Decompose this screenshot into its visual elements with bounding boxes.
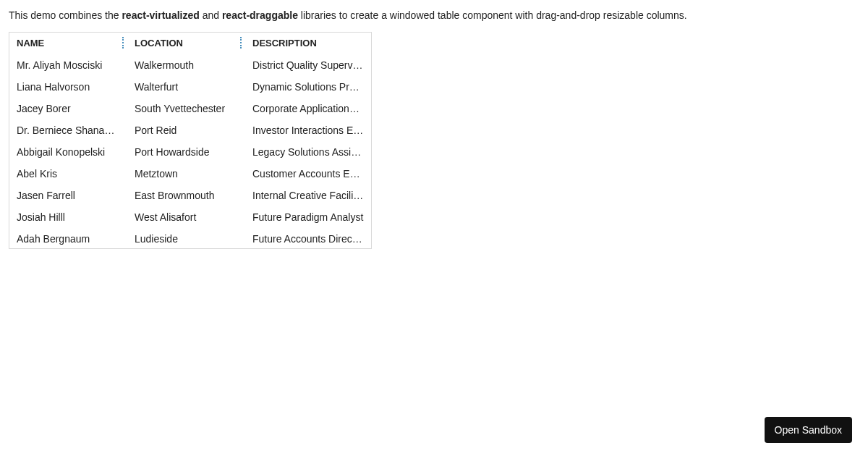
column-resize-handle[interactable] xyxy=(238,37,244,48)
table-body: Mr. Aliyah MosciskiWalkermouthDistrict Q… xyxy=(9,54,371,249)
table-row: Abel KrisMetztownCustomer Accounts Engin… xyxy=(9,163,371,185)
cell-name: Jasen Farrell xyxy=(9,185,127,206)
cell-description: Internal Creative Facilitator xyxy=(245,185,371,206)
column-header-description: Description xyxy=(245,33,371,54)
cell-name: Abbigail Konopelski xyxy=(9,141,127,163)
cell-location: South Yvettechester xyxy=(127,98,245,119)
column-resize-handle[interactable] xyxy=(120,37,126,48)
cell-description: Future Paradigm Analyst xyxy=(245,206,371,228)
cell-description: Customer Accounts Engineer xyxy=(245,163,371,185)
intro-lib2: react-draggable xyxy=(222,9,298,21)
cell-location: Metztown xyxy=(127,163,245,185)
intro-mid: and xyxy=(200,9,222,21)
cell-location: Walkermouth xyxy=(127,54,245,76)
drag-handle-icon xyxy=(122,37,124,48)
cell-name: Jacey Borer xyxy=(9,98,127,119)
cell-location: West Alisafort xyxy=(127,206,245,228)
table-row: Jasen FarrellEast BrownmouthInternal Cre… xyxy=(9,185,371,206)
column-header-label: Description xyxy=(252,38,317,48)
intro-lib1: react-virtualized xyxy=(122,9,199,21)
column-header-name: Name xyxy=(9,33,127,54)
cell-name: Adah Bergnaum xyxy=(9,228,127,249)
column-header-location: Location xyxy=(127,33,245,54)
cell-description: Dynamic Solutions Producer xyxy=(245,76,371,98)
cell-name: Dr. Berniece Shanahan xyxy=(9,119,127,141)
intro-prefix: This demo combines the xyxy=(9,9,122,21)
cell-location: Port Howardside xyxy=(127,141,245,163)
table-row: Josiah HilllWest AlisafortFuture Paradig… xyxy=(9,206,371,228)
data-table: NameLocationDescription Mr. Aliyah Mosci… xyxy=(9,32,372,249)
table-row: Jacey BorerSouth YvettechesterCorporate … xyxy=(9,98,371,119)
cell-description: District Quality Supervisor xyxy=(245,54,371,76)
table-row: Liana HalvorsonWalterfurtDynamic Solutio… xyxy=(9,76,371,98)
table-header-row: NameLocationDescription xyxy=(9,33,371,54)
column-header-label: Location xyxy=(135,38,183,48)
intro-text: This demo combines the react-virtualized… xyxy=(9,9,859,23)
cell-name: Liana Halvorson xyxy=(9,76,127,98)
cell-location: Walterfurt xyxy=(127,76,245,98)
cell-name: Abel Kris xyxy=(9,163,127,185)
cell-name: Josiah Hilll xyxy=(9,206,127,228)
open-sandbox-button[interactable]: Open Sandbox xyxy=(765,417,852,443)
column-header-label: Name xyxy=(17,38,44,48)
intro-suffix: libraries to create a windowed table com… xyxy=(298,9,687,21)
cell-description: Corporate Applications Des... xyxy=(245,98,371,119)
table-row: Abbigail KonopelskiPort HowardsideLegacy… xyxy=(9,141,371,163)
cell-description: Legacy Solutions Assistant xyxy=(245,141,371,163)
table-row: Mr. Aliyah MosciskiWalkermouthDistrict Q… xyxy=(9,54,371,76)
cell-location: Port Reid xyxy=(127,119,245,141)
table-row: Adah BergnaumLudiesideFuture Accounts Di… xyxy=(9,228,371,249)
table-row: Dr. Berniece ShanahanPort ReidInvestor I… xyxy=(9,119,371,141)
cell-name: Mr. Aliyah Mosciski xyxy=(9,54,127,76)
cell-location: East Brownmouth xyxy=(127,185,245,206)
cell-description: Future Accounts Director xyxy=(245,228,371,249)
cell-description: Investor Interactions Engine... xyxy=(245,119,371,141)
drag-handle-icon xyxy=(240,37,242,48)
cell-location: Ludieside xyxy=(127,228,245,249)
